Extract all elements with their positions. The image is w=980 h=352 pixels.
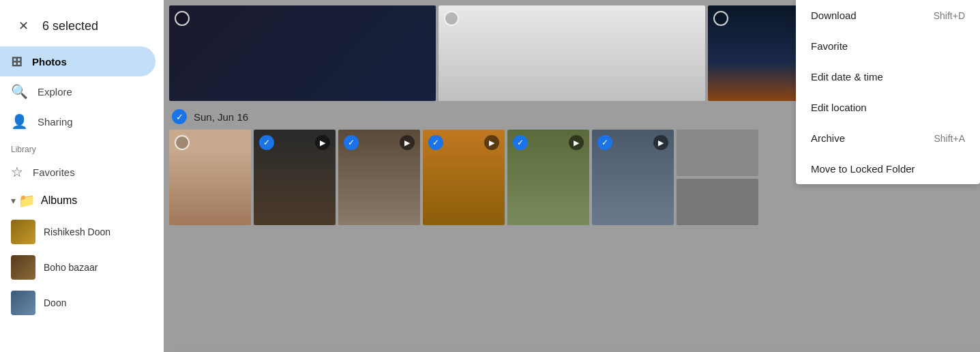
sidebar-item-albums[interactable]: ▾ 📁 Albums bbox=[0, 187, 164, 214]
photo-drink[interactable]: ✓ ▶ bbox=[423, 130, 505, 225]
photo-check-interior: ✓ bbox=[344, 135, 359, 150]
photo-uncheck-2 bbox=[444, 11, 459, 26]
sharing-label: Sharing bbox=[38, 116, 73, 128]
library-section-label: Library bbox=[0, 136, 164, 157]
menu-move-locked-label: Move to Locked Folder bbox=[811, 163, 915, 175]
menu-item-download[interactable]: Download Shift+D bbox=[796, 0, 980, 31]
date-check-icon[interactable]: ✓ bbox=[172, 109, 187, 124]
date-label: Sun, Jun 16 bbox=[194, 111, 248, 123]
photo-food1[interactable]: ✓ ▶ bbox=[507, 130, 589, 225]
album-name-rishikesh: Rishikesh Doon bbox=[44, 226, 110, 237]
album-name-boho: Boho bazaar bbox=[44, 262, 98, 273]
sidebar: ✕ 6 selected ⊞ Photos 🔍 Explore 👤 Sharin… bbox=[0, 0, 164, 352]
photo-check-drink: ✓ bbox=[428, 135, 443, 150]
menu-download-label: Download bbox=[811, 10, 857, 21]
album-name-doon: Doon bbox=[44, 297, 66, 308]
favorites-label: Favorites bbox=[33, 166, 75, 178]
menu-item-move-locked[interactable]: Move to Locked Folder bbox=[796, 153, 980, 184]
video-icon-drink: ▶ bbox=[484, 135, 499, 150]
video-icon-food2: ▶ bbox=[653, 135, 668, 150]
video-icon-interior: ▶ bbox=[400, 135, 415, 150]
menu-archive-shortcut: Shift+A bbox=[934, 133, 965, 144]
menu-edit-location-label: Edit location bbox=[811, 102, 867, 113]
photo-restaurant[interactable]: ✓ ▶ bbox=[254, 130, 336, 225]
photo-uncheck-1 bbox=[175, 11, 190, 26]
photos-label: Photos bbox=[32, 56, 67, 68]
albums-label: Albums bbox=[41, 194, 77, 207]
photo-interior[interactable]: ✓ ▶ bbox=[338, 130, 420, 225]
video-icon-food1: ▶ bbox=[569, 135, 584, 150]
album-thumb-boho bbox=[11, 255, 35, 280]
photo-extra1[interactable] bbox=[677, 130, 758, 176]
menu-item-edit-date[interactable]: Edit date & time bbox=[796, 61, 980, 92]
albums-icon: 📁 bbox=[18, 192, 35, 209]
photo-check-food2: ✓ bbox=[597, 135, 612, 150]
sidebar-header: ✕ 6 selected bbox=[0, 5, 164, 46]
album-item-doon[interactable]: Doon bbox=[0, 285, 164, 321]
photo-check-food1: ✓ bbox=[513, 135, 528, 150]
close-button[interactable]: ✕ bbox=[11, 14, 35, 38]
photo-extra2[interactable] bbox=[677, 179, 758, 225]
favorites-icon: ☆ bbox=[11, 164, 23, 180]
photo-dark-abstract[interactable] bbox=[169, 5, 436, 101]
selected-count-label: 6 selected bbox=[42, 19, 98, 33]
photo-uncheck-3 bbox=[713, 11, 728, 26]
photo-food2[interactable]: ✓ ▶ bbox=[592, 130, 674, 225]
sidebar-item-explore[interactable]: 🔍 Explore bbox=[0, 76, 155, 106]
explore-icon: 🔍 bbox=[11, 83, 28, 100]
sidebar-item-favorites[interactable]: ☆ Favorites bbox=[0, 157, 155, 187]
photos-icon: ⊞ bbox=[11, 53, 23, 70]
album-thumb-rishikesh bbox=[11, 220, 35, 244]
album-item-boho[interactable]: Boho bazaar bbox=[0, 250, 164, 285]
context-menu: Download Shift+D Favorite Edit date & ti… bbox=[796, 0, 980, 184]
menu-item-edit-location[interactable]: Edit location bbox=[796, 92, 980, 123]
menu-archive-label: Archive bbox=[811, 132, 845, 144]
photo-uncheck-girl bbox=[175, 135, 190, 150]
menu-item-archive[interactable]: Archive Shift+A bbox=[796, 123, 980, 153]
sharing-icon: 👤 bbox=[11, 113, 28, 130]
album-item-rishikesh[interactable]: Rishikesh Doon bbox=[0, 214, 164, 250]
menu-download-shortcut: Shift+D bbox=[934, 10, 965, 21]
video-icon-restaurant: ▶ bbox=[315, 135, 330, 150]
menu-favorite-label: Favorite bbox=[811, 40, 848, 52]
explore-label: Explore bbox=[38, 86, 72, 98]
album-thumb-doon bbox=[11, 291, 35, 315]
photo-white-abstract[interactable] bbox=[439, 5, 705, 101]
photo-girl[interactable] bbox=[169, 130, 251, 225]
sidebar-item-sharing[interactable]: 👤 Sharing bbox=[0, 106, 155, 136]
photo-check-restaurant: ✓ bbox=[259, 135, 274, 150]
sidebar-item-photos[interactable]: ⊞ Photos bbox=[0, 46, 155, 76]
expand-icon: ▾ bbox=[11, 195, 16, 206]
extra-photos-col bbox=[677, 130, 758, 225]
menu-item-favorite[interactable]: Favorite bbox=[796, 31, 980, 61]
menu-edit-date-label: Edit date & time bbox=[811, 71, 883, 83]
